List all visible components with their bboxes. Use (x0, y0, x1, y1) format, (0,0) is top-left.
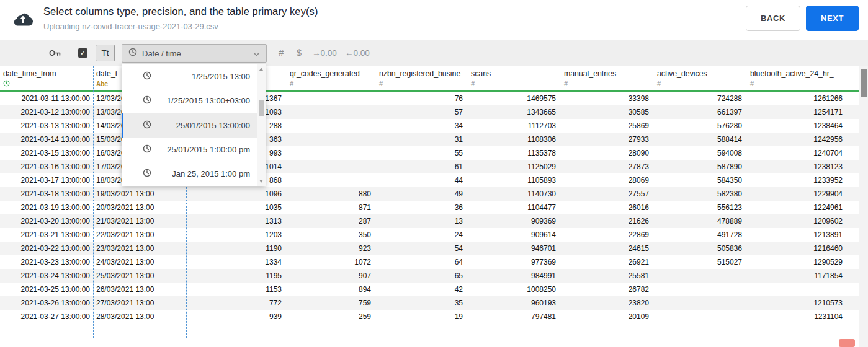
clock-icon (143, 169, 151, 179)
date-format-option[interactable]: 25/01/2015 13:00:00 (122, 113, 257, 137)
table-cell: 2021-03-27 13:00:00 (0, 310, 93, 323)
number-format-icon[interactable]: # (279, 47, 284, 58)
table-cell: 1242956 (747, 133, 848, 146)
clock-type-icon (3, 80, 93, 88)
option-label: 25/01/2015 1:00:00 pm (158, 145, 250, 154)
decrease-decimal-icon[interactable]: ←0.00 (345, 48, 370, 58)
table-cell: 19/03/2021 13:00 (93, 187, 186, 201)
table-cell: 894 (287, 283, 376, 296)
number-type-indicator: # (471, 80, 561, 88)
table-row: 2021-03-18 13:00:0019/03/2021 13:0010968… (0, 187, 859, 201)
currency-format-icon[interactable]: $ (297, 48, 302, 58)
vertical-scrollbar[interactable] (859, 66, 868, 347)
table-cell: 26016 (561, 201, 654, 214)
scroll-up-arrow-icon[interactable] (259, 68, 263, 71)
table-cell: 1153 (186, 283, 287, 296)
table-cell: 923 (287, 242, 376, 255)
table-cell: 21626 (561, 214, 654, 228)
date-format-option[interactable]: 25/01/2015 1:00:00 pm (122, 138, 257, 162)
option-label: Jan 25, 2015 1:00 pm (158, 169, 250, 178)
table-cell (747, 283, 848, 296)
column-header[interactable]: nzbn_registered_busine# (376, 66, 468, 90)
column-header[interactable]: scans# (468, 66, 561, 90)
table-cell: 2021-03-16 13:00:00 (0, 160, 93, 174)
dropdown-scrollbar[interactable] (257, 64, 266, 186)
table-cell: 287 (287, 214, 376, 228)
table-cell (654, 310, 747, 323)
table-cell: 33398 (561, 92, 654, 105)
scroll-down-arrow-icon[interactable] (259, 180, 263, 183)
back-button[interactable]: BACK (746, 6, 800, 31)
column-name: active_devices (657, 69, 747, 78)
table-cell: 939 (186, 310, 287, 323)
date-format-option[interactable]: 1/25/2015 13:00 (122, 64, 257, 89)
table-cell: 28090 (561, 146, 654, 160)
column-header[interactable]: manual_entries# (561, 66, 654, 90)
table-cell: 259 (287, 310, 376, 323)
column-header[interactable]: date_time_from (0, 66, 93, 90)
number-type-indicator: # (564, 80, 654, 88)
column-header[interactable]: active_devices# (654, 66, 747, 90)
table-cell: 1096 (186, 187, 287, 201)
table-cell: 2021-03-21 13:00:00 (0, 228, 93, 242)
table-cell: 28069 (561, 174, 654, 187)
table-cell: 2021-03-13 13:00:00 (0, 119, 93, 133)
table-cell: 960193 (468, 296, 561, 310)
clock-icon (128, 48, 137, 59)
column-guide-line (93, 66, 94, 338)
wizard-actions: BACK NEXT (746, 6, 859, 31)
table-cell: 1210573 (747, 296, 848, 310)
table-cell: 1209602 (747, 214, 848, 228)
table-cell: 772 (186, 296, 287, 310)
increase-decimal-icon[interactable]: →0.00 (312, 48, 337, 58)
table-cell: 1135378 (468, 146, 561, 160)
table-cell (287, 105, 376, 119)
column-name: qr_codes_generated (290, 69, 376, 78)
column-type-select[interactable]: Date / time (122, 44, 267, 63)
table-row: 2021-03-20 13:00:0021/03/2021 13:0013132… (0, 214, 859, 228)
next-button[interactable]: NEXT (806, 6, 859, 31)
include-column-checkbox[interactable]: ✓ (78, 48, 87, 58)
table-cell: 1140730 (468, 187, 561, 201)
table-cell: 36 (376, 201, 468, 214)
table-cell: 1213891 (747, 228, 848, 242)
table-cell: 25581 (561, 269, 654, 283)
table-cell: 54 (376, 242, 468, 255)
column-header[interactable]: qr_codes_generated# (287, 66, 376, 90)
table-cell: 1229904 (747, 187, 848, 201)
vertical-scrollbar-thumb[interactable] (861, 69, 867, 97)
table-cell: 2021-03-26 13:00:00 (0, 296, 93, 310)
table-cell (287, 92, 376, 105)
table-cell: 28/03/2021 13:00 (93, 310, 186, 323)
table-cell: 26/03/2021 13:00 (93, 283, 186, 296)
number-type-indicator: # (290, 80, 376, 88)
table-cell: 505836 (654, 242, 747, 255)
table-cell: 1290529 (747, 255, 848, 269)
primary-key-icon[interactable] (48, 48, 62, 60)
table-cell: 2021-03-25 13:00:00 (0, 283, 93, 296)
table-cell: 1231104 (747, 310, 848, 323)
table-cell: 76 (376, 92, 468, 105)
date-format-option[interactable]: Jan 25, 2015 1:00 pm (122, 162, 257, 186)
table-cell: 587890 (654, 160, 747, 174)
date-format-option[interactable]: 1/25/2015 13:00+03:00 (122, 89, 257, 113)
table-cell: 1104477 (468, 201, 561, 214)
table-cell: 2021-03-19 13:00:00 (0, 201, 93, 214)
upload-subtitle: Uploading nz-covid-tracer-usage-2021-03-… (43, 22, 318, 31)
table-cell: 27/03/2021 13:00 (93, 296, 186, 310)
table-cell: 1261266 (747, 92, 848, 105)
column-name: scans (471, 69, 561, 78)
column-header[interactable]: bluetooth_active_24_hr_# (747, 66, 848, 90)
table-cell: 1203 (186, 228, 287, 242)
table-cell: 44 (376, 174, 468, 187)
bottom-right-badge (839, 339, 855, 347)
table-cell: 42 (376, 283, 468, 296)
table-cell: 909614 (468, 228, 561, 242)
table-cell: 759 (287, 296, 376, 310)
text-type-button[interactable]: Tt (96, 45, 115, 61)
table-cell: 2021-03-20 13:00:00 (0, 214, 93, 228)
table-cell (287, 119, 376, 133)
dropdown-scrollbar-thumb[interactable] (259, 100, 264, 116)
table-cell: 25/03/2021 13:00 (93, 269, 186, 283)
table-cell: 22/03/2021 13:00 (93, 228, 186, 242)
